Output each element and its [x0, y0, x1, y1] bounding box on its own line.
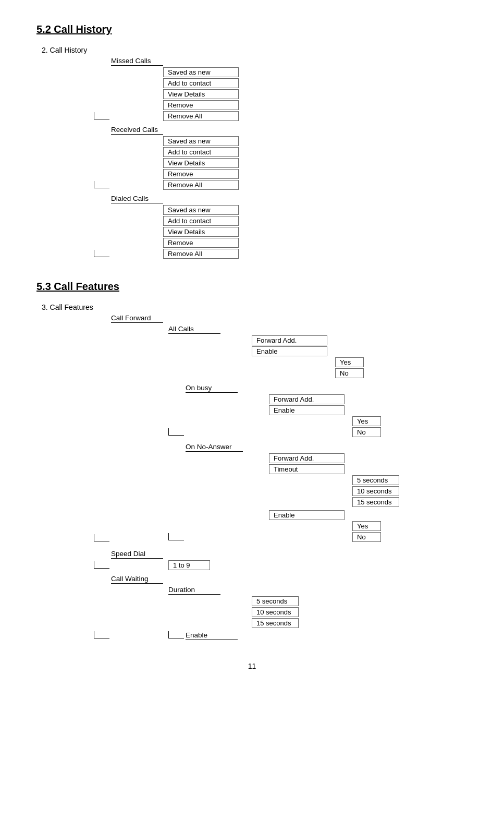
duration-5s: 5 seconds	[252, 596, 299, 606]
missed-add-contact: Add to contact	[163, 78, 239, 88]
no-answer-timeout-15s: 15 seconds	[352, 497, 399, 507]
received-calls-label: Received Calls	[111, 126, 163, 135]
all-calls-enable: Enable	[252, 346, 327, 356]
root-call-history: 2. Call History	[42, 46, 468, 54]
dialed-remove-all: Remove All	[163, 249, 239, 259]
speed-dial-branch: Speed Dial 1 to 9	[94, 549, 468, 571]
section-53: 5.3 Call Features 3. Call Features Call …	[36, 281, 468, 641]
duration-15s: 15 seconds	[252, 618, 299, 628]
all-calls-label: All Calls	[168, 325, 220, 334]
missed-calls-branch: Missed Calls Saved as new Add to contact…	[94, 56, 468, 122]
all-calls-enable-yes: Yes	[335, 357, 364, 367]
received-remove: Remove	[163, 169, 239, 179]
no-answer-enable-yes: Yes	[352, 521, 381, 531]
no-answer-enable-no: No	[352, 532, 381, 542]
received-add-contact: Add to contact	[163, 147, 239, 157]
no-answer-timeout-5s: 5 seconds	[352, 475, 399, 485]
duration-10s: 10 seconds	[252, 607, 299, 617]
on-busy-label: On busy	[186, 384, 238, 393]
dialed-remove: Remove	[163, 238, 239, 248]
no-answer-timeout-10s: 10 seconds	[352, 486, 399, 496]
section-53-title: 5.3 Call Features	[36, 281, 468, 293]
call-features-tree: 3. Call Features Call Forward All Calls …	[42, 303, 468, 641]
missed-remove-all: Remove All	[163, 111, 239, 121]
call-forward-label: Call Forward	[111, 314, 163, 323]
on-busy-forward-add: Forward Add.	[269, 394, 345, 404]
call-waiting-enable: Enable	[168, 631, 299, 641]
on-no-answer-branch: On No-Answer Forward Add. Timeout 5 seco…	[168, 442, 399, 543]
call-forward-branch: Call Forward All Calls Forward Add. Enab…	[94, 313, 468, 544]
dialed-view-details: View Details	[163, 227, 239, 237]
call-waiting-duration: Duration 5 seconds 10 seconds 15 seconds	[168, 585, 299, 629]
on-no-answer-forward-add: Forward Add.	[269, 453, 345, 463]
duration-label: Duration	[168, 586, 220, 595]
call-waiting-branch: Call Waiting Duration 5 seconds 10 secon…	[94, 574, 468, 641]
speed-dial-item: 1 to 9	[168, 560, 210, 570]
on-no-answer-enable: Enable	[269, 510, 345, 520]
all-calls-forward-add: Forward Add.	[252, 335, 327, 345]
on-busy-enable: Enable	[269, 405, 345, 415]
received-remove-all: Remove All	[163, 180, 239, 190]
dialed-add-contact: Add to contact	[163, 216, 239, 226]
on-busy-branch: On busy Forward Add. Enable Yes No	[168, 383, 399, 438]
page-number: 11	[36, 662, 468, 670]
call-waiting-label: Call Waiting	[111, 575, 163, 584]
received-view-details: View Details	[163, 158, 239, 168]
missed-saved-new: Saved as new	[163, 67, 239, 77]
on-busy-enable-yes: Yes	[352, 416, 381, 426]
missed-view-details: View Details	[163, 89, 239, 99]
received-calls-branch: Received Calls Saved as new Add to conta…	[94, 125, 468, 191]
speed-dial-label: Speed Dial	[111, 550, 163, 559]
on-busy-enable-no: No	[352, 427, 381, 437]
call-waiting-enable-label: Enable	[186, 631, 238, 640]
all-calls-branch: All Calls Forward Add. Enable Yes No	[168, 324, 399, 379]
received-saved-new: Saved as new	[163, 136, 239, 146]
dialed-saved-new: Saved as new	[163, 205, 239, 215]
missed-remove: Remove	[163, 100, 239, 110]
on-no-answer-timeout: Timeout	[269, 464, 345, 474]
dialed-calls-label: Dialed Calls	[111, 195, 163, 203]
section-52: 5.2 Call History 2. Call History Missed …	[36, 23, 468, 260]
section-52-title: 5.2 Call History	[36, 23, 468, 35]
missed-calls-label: Missed Calls	[111, 57, 163, 66]
root-call-features: 3. Call Features	[42, 303, 468, 311]
all-calls-enable-no: No	[335, 368, 364, 378]
document-body: 5.2 Call History 2. Call History Missed …	[21, 10, 483, 678]
call-history-tree: 2. Call History Missed Calls Saved as ne…	[42, 46, 468, 260]
on-no-answer-label: On No-Answer	[186, 443, 243, 452]
dialed-calls-branch: Dialed Calls Saved as new Add to contact…	[94, 194, 468, 260]
